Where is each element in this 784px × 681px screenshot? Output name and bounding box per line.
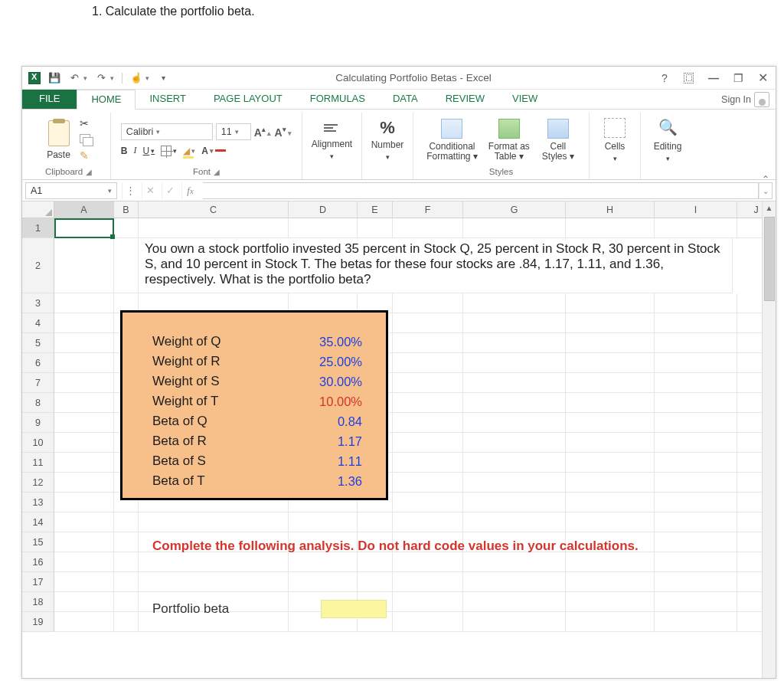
font-color-button[interactable]: A ▾	[201, 146, 226, 156]
cell[interactable]	[566, 393, 655, 413]
cell[interactable]	[114, 218, 139, 238]
cell[interactable]	[655, 493, 737, 512]
paste-button[interactable]: Paste	[47, 149, 70, 160]
cell[interactable]	[463, 612, 566, 632]
cell[interactable]	[463, 493, 566, 512]
cell[interactable]	[54, 453, 114, 473]
alignment-button[interactable]: Alignment ▾	[312, 120, 352, 160]
input-value[interactable]: 1.11	[298, 454, 367, 469]
copy-icon[interactable]	[80, 133, 90, 146]
cell[interactable]	[114, 612, 139, 632]
cell[interactable]	[393, 552, 463, 572]
cell[interactable]	[655, 433, 737, 453]
input-value[interactable]: 10.00%	[298, 395, 367, 409]
row-header[interactable]: 4	[22, 313, 54, 333]
input-value[interactable]: 0.84	[298, 414, 367, 429]
cell[interactable]	[358, 512, 393, 532]
cell[interactable]	[114, 532, 139, 552]
col-header-H[interactable]: H	[566, 201, 655, 218]
cell[interactable]	[655, 218, 737, 238]
cell[interactable]	[463, 333, 566, 353]
input-value[interactable]: 1.17	[298, 434, 367, 449]
cell[interactable]	[463, 572, 566, 592]
cell[interactable]	[54, 313, 114, 333]
cell[interactable]	[54, 592, 114, 612]
cell[interactable]	[289, 512, 358, 532]
cell[interactable]	[463, 473, 566, 493]
cell[interactable]	[463, 433, 566, 453]
cell[interactable]	[393, 313, 463, 333]
cell[interactable]	[114, 512, 139, 532]
cell[interactable]	[54, 333, 114, 353]
cell-styles-button[interactable]: CellStyles ▾	[541, 119, 576, 162]
cell[interactable]	[655, 512, 737, 532]
row-header[interactable]: 17	[22, 572, 54, 592]
tab-insert[interactable]: INSERT	[136, 90, 199, 109]
cell[interactable]	[463, 293, 566, 313]
row-header[interactable]: 19	[22, 612, 54, 632]
col-header-G[interactable]: G	[463, 201, 566, 218]
col-header-D[interactable]: D	[289, 201, 358, 218]
fx-icon[interactable]: fx	[181, 182, 198, 199]
borders-button[interactable]: ▾	[161, 146, 177, 156]
tab-review[interactable]: REVIEW	[432, 90, 498, 109]
col-header-C[interactable]: C	[139, 201, 289, 218]
format-as-table-button[interactable]: Format asTable ▾	[488, 119, 530, 162]
redo-dropdown-icon[interactable]: ▾	[110, 74, 114, 82]
cell[interactable]	[655, 313, 737, 333]
input-value[interactable]: 35.00%	[298, 335, 367, 349]
cell-question[interactable]: You own a stock portfolio invested 35 pe…	[139, 238, 733, 293]
cell[interactable]	[566, 552, 655, 572]
sign-in[interactable]: Sign In	[721, 90, 776, 109]
cell[interactable]	[358, 572, 393, 592]
col-header-A[interactable]: A	[54, 201, 114, 218]
scroll-thumb[interactable]	[764, 217, 775, 301]
cell[interactable]	[463, 218, 566, 238]
qat-customize-icon[interactable]: ▾	[157, 72, 169, 84]
cell[interactable]	[655, 393, 737, 413]
cell[interactable]	[54, 218, 114, 238]
cell[interactable]	[566, 333, 655, 353]
row-header[interactable]: 10	[22, 433, 54, 453]
cell[interactable]	[463, 552, 566, 572]
cell[interactable]	[393, 218, 463, 238]
cell[interactable]	[393, 453, 463, 473]
cell[interactable]	[393, 473, 463, 493]
row-header[interactable]: 9	[22, 413, 54, 433]
cell[interactable]	[289, 552, 358, 572]
cell[interactable]	[54, 373, 114, 393]
row-header[interactable]: 13	[22, 493, 54, 512]
tab-home[interactable]: HOME	[77, 90, 136, 110]
decrease-font-icon[interactable]: A▾	[275, 126, 292, 139]
cell[interactable]	[393, 512, 463, 532]
cell[interactable]	[54, 512, 114, 532]
cell[interactable]	[393, 433, 463, 453]
cell[interactable]	[463, 512, 566, 532]
editing-button[interactable]: 🔍 Editing ▾	[650, 118, 685, 162]
save-icon[interactable]: 💾	[48, 72, 60, 84]
tab-data[interactable]: DATA	[379, 90, 432, 109]
cell[interactable]	[566, 572, 655, 592]
row-header[interactable]: 1	[22, 218, 54, 238]
cell[interactable]	[54, 473, 114, 493]
cell[interactable]	[114, 572, 139, 592]
tab-formulas[interactable]: FORMULAS	[296, 90, 379, 109]
cell[interactable]	[54, 238, 114, 293]
cell[interactable]	[114, 592, 139, 612]
cell[interactable]	[393, 592, 463, 612]
cell[interactable]	[655, 612, 737, 632]
cell[interactable]	[566, 512, 655, 532]
cell[interactable]	[54, 293, 114, 313]
tab-file[interactable]: FILE	[22, 90, 77, 109]
conditional-formatting-button[interactable]: ConditionalFormatting ▾	[426, 119, 478, 162]
name-box[interactable]: A1 ▾	[25, 182, 117, 199]
font-name-combo[interactable]: Calibri▾	[121, 123, 213, 140]
font-launcher-icon[interactable]: ◢	[214, 168, 220, 176]
tab-page-layout[interactable]: PAGE LAYOUT	[200, 90, 296, 109]
cell[interactable]	[393, 293, 463, 313]
cell[interactable]	[289, 572, 358, 592]
cell[interactable]	[393, 373, 463, 393]
spreadsheet-grid[interactable]: A B C D E F G H I J 1 2 You	[22, 201, 776, 678]
cell[interactable]	[54, 393, 114, 413]
cell[interactable]	[566, 453, 655, 473]
